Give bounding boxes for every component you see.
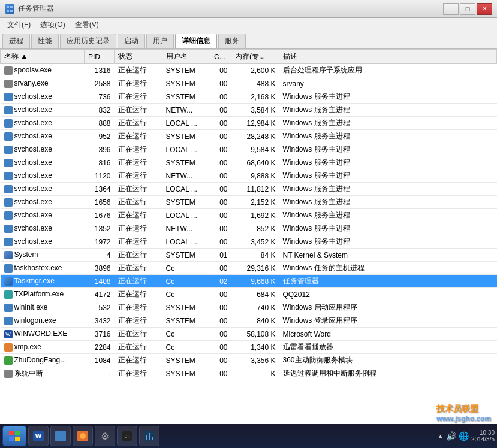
table-row[interactable]: svchost.exe 1972 正在运行 LOCAL ... 00 3,452…: [1, 235, 497, 249]
col-header-status[interactable]: 状态: [115, 50, 162, 64]
cell-memory: 488 K: [231, 77, 279, 90]
cell-pid: 396: [85, 143, 115, 156]
cell-cpu: 00: [210, 209, 231, 222]
table-row[interactable]: svchost.exe 1120 正在运行 NETW... 00 9,888 K…: [1, 169, 497, 183]
cell-memory: K: [231, 367, 279, 380]
process-icon: [4, 251, 13, 259]
table-row[interactable]: winlogon.exe 3432 正在运行 SYSTEM 00 840 K W…: [1, 314, 497, 328]
cell-status: 正在运行: [115, 77, 162, 90]
table-row[interactable]: svchost.exe 888 正在运行 LOCAL ... 00 12,984…: [1, 117, 497, 130]
taskbar-chart[interactable]: [139, 426, 159, 446]
table-row[interactable]: svchost.exe 816 正在运行 SYSTEM 00 68,640 K …: [1, 156, 497, 169]
table-row[interactable]: ZhuDongFang... 1084 正在运行 SYSTEM 00 3,356…: [1, 354, 497, 367]
table-row[interactable]: svchost.exe 952 正在运行 SYSTEM 00 28,248 K …: [1, 130, 497, 143]
col-header-name[interactable]: 名称 ▲: [1, 50, 85, 64]
cell-pid: 888: [85, 117, 115, 130]
table-row[interactable]: spoolsv.exe 1316 正在运行 SYSTEM 00 2,600 K …: [1, 64, 497, 77]
tab-performance[interactable]: 性能: [31, 34, 59, 48]
cell-desc: Windows 服务主进程: [279, 130, 497, 143]
app-window: 任务管理器 — □ ✕ 文件(F) 选项(O) 查看(V) 进程 性能 应用历史…: [0, 0, 497, 448]
tab-details[interactable]: 详细信息: [175, 34, 217, 48]
taskbar-cmd[interactable]: C:\: [117, 426, 137, 446]
table-row[interactable]: System 4 正在运行 SYSTEM 01 84 K NT Kernel &…: [1, 249, 497, 262]
table-row[interactable]: svchost.exe 736 正在运行 SYSTEM 00 2,168 K W…: [1, 90, 497, 104]
table-row[interactable]: svchost.exe 1656 正在运行 SYSTEM 00 2,152 K …: [1, 196, 497, 209]
close-button[interactable]: ✕: [477, 3, 492, 15]
cell-pid: 1084: [85, 354, 115, 367]
cell-desc: Windows 服务主进程: [279, 169, 497, 183]
cell-user: Cc: [162, 288, 210, 301]
col-header-memory[interactable]: 内存(专...: [231, 50, 279, 64]
table-row[interactable]: Taskmgr.exe 1408 正在运行 Cc 02 9,668 K 任务管理…: [1, 275, 497, 288]
process-table: 名称 ▲ PID 状态 用户名 C... 内存(专... 描述 spoolsv.…: [0, 49, 497, 380]
cell-desc: Windows 服务主进程: [279, 90, 497, 104]
cell-status: 正在运行: [115, 117, 162, 130]
cell-cpu: 00: [210, 328, 231, 341]
maximize-button[interactable]: □: [460, 3, 475, 15]
table-row[interactable]: taskhostex.exe 3896 正在运行 Cc 00 29,316 K …: [1, 262, 497, 275]
cell-pid: 1364: [85, 183, 115, 196]
menu-view[interactable]: 查看(V): [70, 19, 104, 31]
col-header-desc[interactable]: 描述: [279, 50, 497, 64]
cell-pid: 3716: [85, 328, 115, 341]
col-header-cpu[interactable]: C...: [210, 50, 231, 64]
cell-cpu: 00: [210, 143, 231, 156]
tab-bar: 进程 性能 应用历史记录 启动 用户 详细信息 服务: [0, 32, 497, 49]
cell-user: SYSTEM: [162, 314, 210, 328]
cell-user: SYSTEM: [162, 367, 210, 380]
window-title: 任务管理器: [18, 4, 54, 14]
cell-name: svchost.exe: [1, 209, 85, 222]
cell-memory: 3,584 K: [231, 104, 279, 117]
table-row[interactable]: svchost.exe 1364 正在运行 LOCAL ... 00 11,81…: [1, 183, 497, 196]
cell-desc: Windows 服务主进程: [279, 183, 497, 196]
cell-memory: 12,984 K: [231, 117, 279, 130]
cell-pid: 4172: [85, 288, 115, 301]
table-row[interactable]: xmp.exe 2284 正在运行 Cc 00 1,340 K 迅雷看看播放器: [1, 341, 497, 354]
start-button[interactable]: [2, 426, 26, 446]
cell-cpu: 01: [210, 249, 231, 262]
cell-name: svchost.exe: [1, 117, 85, 130]
cell-memory: 28,248 K: [231, 130, 279, 143]
table-row[interactable]: wininit.exe 532 正在运行 SYSTEM 00 740 K Win…: [1, 301, 497, 314]
cell-memory: 84 K: [231, 249, 279, 262]
table-row[interactable]: svchost.exe 1676 正在运行 LOCAL ... 00 1,692…: [1, 209, 497, 222]
col-header-pid[interactable]: PID: [85, 50, 115, 64]
cell-desc: Windows 任务的主机进程: [279, 262, 497, 275]
tab-process[interactable]: 进程: [2, 34, 30, 48]
cell-user: LOCAL ...: [162, 183, 210, 196]
cell-user: LOCAL ...: [162, 209, 210, 222]
cell-cpu: 00: [210, 354, 231, 367]
process-icon: [4, 198, 13, 207]
minimize-button[interactable]: —: [443, 3, 459, 15]
table-row[interactable]: WWINWORD.EXE 3716 正在运行 Cc 00 58,108 K Mi…: [1, 328, 497, 341]
cell-cpu: 00: [210, 169, 231, 183]
cell-status: 正在运行: [115, 64, 162, 77]
table-row[interactable]: 系统中断 - 正在运行 SYSTEM 00 K 延迟过程调用和中断服务例程: [1, 367, 497, 380]
taskbar-word[interactable]: W: [28, 426, 49, 446]
svg-rect-3: [10, 10, 13, 12]
table-row[interactable]: svchost.exe 396 正在运行 LOCAL ... 00 9,584 …: [1, 143, 497, 156]
col-header-user[interactable]: 用户名: [162, 50, 210, 64]
cell-name: xmp.exe: [1, 341, 85, 354]
taskbar-btn1[interactable]: [50, 426, 71, 446]
cell-status: 正在运行: [115, 262, 162, 275]
tab-app-history[interactable]: 应用历史记录: [60, 34, 116, 48]
table-wrapper[interactable]: 名称 ▲ PID 状态 用户名 C... 内存(专... 描述 spoolsv.…: [0, 49, 497, 431]
table-row[interactable]: svchost.exe 1352 正在运行 NETW... 00 852 K W…: [1, 222, 497, 235]
cell-name: Taskmgr.exe: [1, 275, 85, 288]
tab-users[interactable]: 用户: [146, 34, 174, 48]
cell-cpu: 00: [210, 235, 231, 249]
menu-file[interactable]: 文件(F): [2, 19, 35, 31]
tab-startup[interactable]: 启动: [118, 34, 145, 48]
menu-options[interactable]: 选项(O): [35, 19, 70, 31]
taskbar-btn2[interactable]: [73, 426, 93, 446]
cell-desc: Windows 启动应用程序: [279, 301, 497, 314]
table-row[interactable]: svchost.exe 832 正在运行 NETW... 00 3,584 K …: [1, 104, 497, 117]
cell-name: wininit.exe: [1, 301, 85, 314]
table-row[interactable]: TXPlatform.exe 4172 正在运行 Cc 00 684 K QQ2…: [1, 288, 497, 301]
taskbar-settings[interactable]: ⚙: [95, 426, 115, 446]
tab-services[interactable]: 服务: [218, 34, 246, 48]
table-row[interactable]: srvany.exe 2588 正在运行 SYSTEM 00 488 K srv…: [1, 77, 497, 90]
cell-user: NETW...: [162, 169, 210, 183]
cell-memory: 852 K: [231, 222, 279, 235]
